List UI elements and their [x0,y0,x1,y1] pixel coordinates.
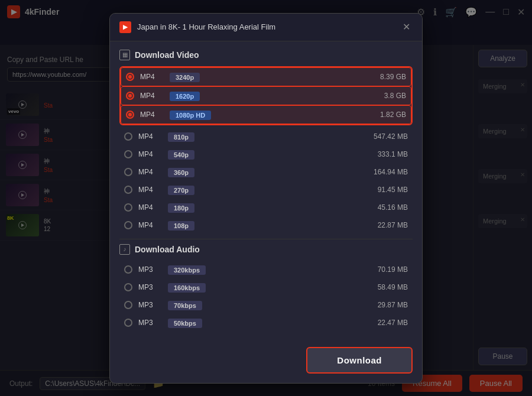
video-section-header: ▦ Download Video [119,50,413,60]
radio-1080p[interactable] [126,111,134,119]
section-divider [119,239,413,239]
radio-70kbps[interactable] [124,301,132,309]
audio-section-header: ♪ Download Audio [119,244,413,255]
radio-540p[interactable] [124,150,132,158]
modal-logo: ▶ [119,21,131,33]
download-modal: ▶ Japan in 8K- 1 Hour Relaxing Aerial Fi… [109,13,423,384]
radio-1620p[interactable] [126,92,134,100]
audio-section-icon: ♪ [119,244,130,255]
format-row[interactable]: MP3 160kbps 58.49 MB [119,278,413,296]
audio-section-title: Download Audio [135,245,200,254]
modal-header: ▶ Japan in 8K- 1 Hour Relaxing Aerial Fi… [110,14,422,41]
radio-320kbps[interactable] [124,265,132,274]
modal-footer: Download [110,340,422,383]
radio-108p[interactable] [124,221,132,229]
format-row[interactable]: MP4 180p 45.16 MB [119,199,413,216]
radio-270p[interactable] [124,186,132,194]
format-row[interactable]: MP4 360p 164.94 MB [119,163,413,181]
format-row[interactable]: MP4 108p 22.87 MB [119,216,413,234]
format-row[interactable]: MP3 50kbps 22.47 MB [119,314,413,332]
format-row[interactable]: MP3 320kbps 70.19 MB [119,261,413,278]
format-row[interactable]: MP4 1080p HD 1.82 GB [121,105,411,124]
format-row[interactable]: MP4 1620p 3.8 GB [121,86,411,105]
format-row[interactable]: MP4 810p 547.42 MB [119,128,413,145]
modal-body: ▦ Download Video MP4 3240p 8.39 GB MP4 [110,41,422,340]
radio-180p[interactable] [124,203,132,212]
format-row[interactable]: MP4 270p 91.45 MB [119,181,413,199]
radio-160kbps[interactable] [124,283,132,291]
video-section-title: Download Video [135,50,199,60]
video-section-icon: ▦ [119,50,130,60]
modal-overlay: ▶ Japan in 8K- 1 Hour Relaxing Aerial Fi… [0,0,532,396]
radio-3240p[interactable] [126,73,134,81]
radio-810p[interactable] [124,132,132,141]
format-row[interactable]: MP4 540p 333.1 MB [119,145,413,163]
radio-50kbps[interactable] [124,319,132,327]
modal-title: Japan in 8K- 1 Hour Relaxing Aerial Film [137,22,394,31]
format-row[interactable]: MP3 70kbps 29.87 MB [119,296,413,314]
highlighted-formats: MP4 3240p 8.39 GB MP4 1620p 3.8 GB [119,66,413,125]
download-button[interactable]: Download [306,347,413,374]
modal-close-button[interactable]: ✕ [400,21,413,34]
radio-360p[interactable] [124,168,132,176]
format-row[interactable]: MP4 3240p 8.39 GB [121,67,411,86]
